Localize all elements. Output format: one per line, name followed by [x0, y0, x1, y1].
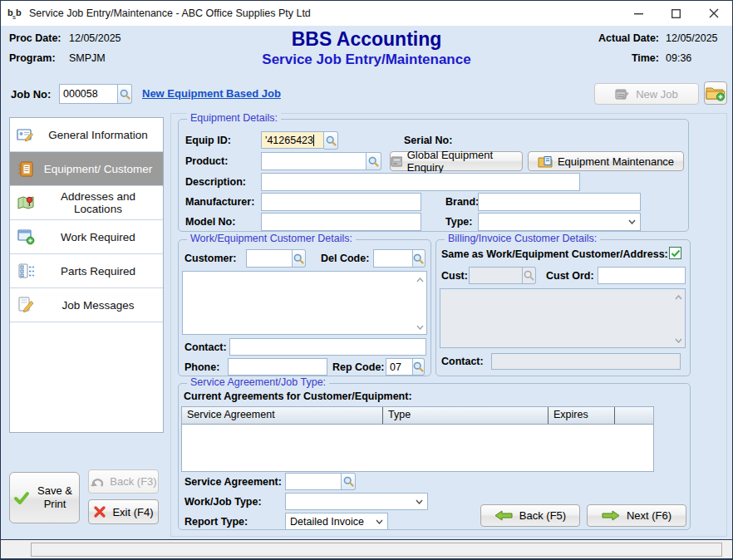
- work-required-icon: [10, 228, 42, 245]
- sidebar-item-equipment-customer[interactable]: Equipment/ Customer: [10, 152, 163, 186]
- same-as-checkbox[interactable]: [669, 247, 681, 259]
- description-label: Description:: [185, 176, 246, 188]
- customer-input[interactable]: [246, 249, 293, 268]
- chevron-down-icon: [628, 219, 636, 224]
- maximize-button[interactable]: [657, 1, 695, 26]
- column-header-spacer: [615, 407, 653, 424]
- del-code-label: Del Code:: [321, 253, 369, 264]
- equipment-customer-icon: [10, 161, 42, 177]
- title-bar: bsb Service Job Entry/Maintenance - ABC …: [1, 1, 732, 26]
- billing-address-textarea: [440, 288, 686, 348]
- close-icon: [709, 8, 719, 18]
- global-equipment-enquiry-button[interactable]: Global Equipment Enquiry: [390, 151, 523, 171]
- equipment-details-title: Equipment Details:: [187, 112, 281, 124]
- serial-no-label: Serial No:: [404, 135, 452, 146]
- equip-id-lookup-button[interactable]: [324, 131, 338, 150]
- minimize-button[interactable]: [620, 1, 657, 26]
- agreements-table: Service Agreement Type Expires: [181, 406, 654, 472]
- description-input[interactable]: [261, 173, 580, 191]
- exit-x-icon: [93, 505, 106, 518]
- arrow-right-icon: [602, 510, 620, 521]
- scroll-down-icon[interactable]: [416, 321, 424, 332]
- actual-date-value: 12/05/2025: [666, 32, 726, 44]
- work-customer-address-textarea[interactable]: [182, 271, 427, 335]
- service-agreement-label: Service Agreement:: [184, 476, 282, 488]
- same-as-label: Same as Work/Equipment Customer/Address:: [441, 248, 668, 260]
- magnifier-icon: [343, 476, 354, 487]
- product-label: Product:: [185, 155, 228, 167]
- cust-label: Cust:: [441, 270, 468, 282]
- sidebar-item-job-messages[interactable]: Job Messages: [10, 288, 163, 322]
- scroll-up-icon[interactable]: [416, 273, 424, 285]
- new-equipment-based-job-link[interactable]: New Equipment Based Job: [142, 87, 281, 100]
- product-input[interactable]: [261, 152, 366, 170]
- job-messages-icon: [10, 297, 42, 313]
- chevron-down-icon: [376, 519, 383, 524]
- cust-lookup-button: [523, 267, 536, 284]
- cust-input: [469, 267, 523, 284]
- next-f6-label: Next (F6): [627, 509, 672, 522]
- checkmark-icon: [671, 249, 681, 258]
- equipment-enquiry-icon: [391, 156, 402, 167]
- back-f3-button: Back (F3): [88, 469, 159, 494]
- magnifier-icon: [413, 361, 424, 372]
- work-contact-label: Contact:: [184, 341, 227, 353]
- job-no-label: Job No:: [11, 88, 51, 101]
- app-window: bsb Service Job Entry/Maintenance - ABC …: [0, 0, 733, 560]
- equipment-maintenance-icon: [538, 155, 553, 168]
- manufacturer-input[interactable]: [261, 193, 421, 211]
- rep-code-lookup-button[interactable]: [413, 358, 425, 376]
- chevron-down-icon: [416, 499, 423, 504]
- save-print-label: Save & Print: [34, 484, 76, 512]
- new-job-label: New Job: [636, 88, 678, 101]
- exit-f4-button[interactable]: Exit (F4): [88, 499, 159, 524]
- magnifier-icon: [368, 156, 379, 167]
- cust-ord-input[interactable]: [598, 267, 686, 284]
- save-print-button[interactable]: Save & Print: [9, 472, 80, 523]
- new-job-button: New Job: [594, 83, 699, 105]
- new-job-icon: [615, 88, 629, 101]
- next-f6-button[interactable]: Next (F6): [587, 504, 686, 527]
- arrow-left-icon: [494, 510, 513, 521]
- work-contact-input[interactable]: [229, 338, 426, 356]
- folder-add-icon: [706, 85, 726, 102]
- close-button[interactable]: [695, 1, 732, 26]
- service-agreement-input[interactable]: [285, 473, 342, 490]
- equip-id-input[interactable]: '41265423: [261, 131, 324, 149]
- equipment-maintenance-button[interactable]: Equipment Maintenance: [528, 151, 684, 171]
- work-job-type-select[interactable]: [285, 493, 428, 510]
- sidebar-item-parts-required[interactable]: Parts Required: [10, 254, 163, 288]
- back-f5-button[interactable]: Back (F5): [480, 504, 580, 527]
- equipment-maintenance-label: Equipment Maintenance: [558, 155, 674, 168]
- brand-input[interactable]: [478, 193, 641, 211]
- sidebar-item-addresses-locations[interactable]: Addresses and Locations: [10, 186, 163, 220]
- sidebar-item-general-information[interactable]: General Information: [10, 118, 163, 152]
- model-no-input[interactable]: [261, 213, 421, 231]
- magnifier-icon: [413, 253, 424, 264]
- rep-code-input[interactable]: [386, 358, 413, 376]
- product-lookup-button[interactable]: [366, 152, 381, 170]
- magnifier-icon: [293, 253, 304, 264]
- del-code-input[interactable]: [373, 249, 413, 268]
- rep-code-label: Rep Code:: [332, 361, 385, 373]
- scroll-up-icon: [675, 291, 682, 302]
- back-f5-label: Back (F5): [519, 509, 566, 522]
- phone-input[interactable]: [228, 358, 327, 376]
- service-agreement-title: Service Agreement/Job Type:: [187, 376, 329, 388]
- job-no-input[interactable]: [59, 84, 118, 104]
- window-title: Service Job Entry/Maintenance - ABC Offi…: [29, 7, 311, 19]
- billing-contact-label: Contact:: [441, 356, 484, 367]
- report-type-select[interactable]: Detailed Invoice: [285, 513, 388, 530]
- manufacturer-label: Manufacturer:: [185, 196, 254, 208]
- job-no-lookup-button[interactable]: [118, 84, 132, 104]
- type-select[interactable]: [478, 213, 641, 231]
- new-folder-button[interactable]: [704, 81, 727, 105]
- status-bar: [1, 539, 732, 558]
- del-code-lookup-button[interactable]: [413, 249, 426, 268]
- work-job-type-label: Work/Job Type:: [184, 496, 262, 508]
- undo-arrow-icon: [90, 476, 105, 488]
- sidebar-item-work-required[interactable]: Work Required: [10, 220, 163, 254]
- customer-lookup-button[interactable]: [293, 249, 306, 268]
- column-header-type: Type: [383, 407, 549, 424]
- service-agreement-lookup-button[interactable]: [342, 473, 356, 490]
